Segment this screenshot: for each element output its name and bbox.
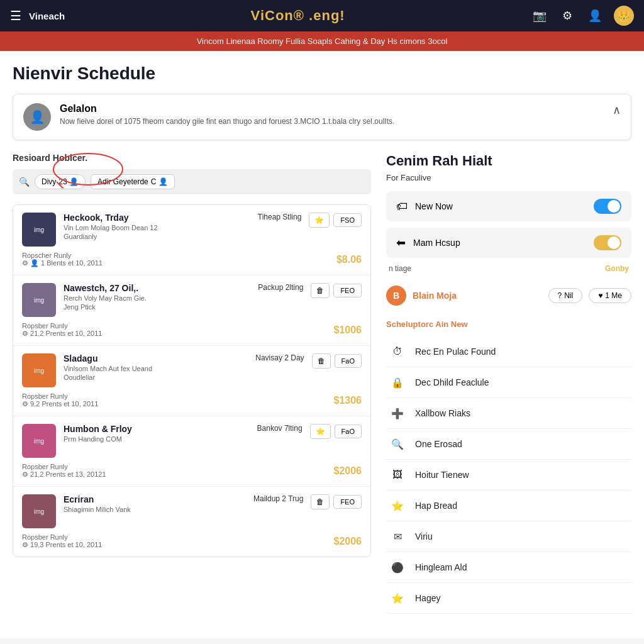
collapse-icon[interactable]: ∧ [613, 103, 621, 117]
listing-tag: Bankov 7lting [257, 424, 303, 433]
menu-item-xallbow[interactable]: ➕ Xallbow Riaks [386, 398, 631, 429]
listing-meta-sub: ⚙ 👤 1 Blents et 10, 2011 [22, 259, 103, 267]
listing-tag: Packup 2lting [258, 283, 303, 292]
filter-dropdown-person[interactable]: Adir Geyeterde C 👤 [91, 174, 175, 189]
user-name: Gelalon [60, 103, 613, 114]
announcement-bar: Vincom Linenaa Roomy Fullia Soapls Cahin… [0, 31, 644, 51]
delete-button[interactable]: 🗑 [312, 353, 331, 369]
link-left: n tiage [389, 264, 411, 273]
nav-icons: 📷 ⚙ 👤 👑 [531, 6, 634, 26]
menu-item-viriu[interactable]: ✉ Viriu [386, 521, 631, 552]
nav-logo: ViCon® .eng! [65, 8, 531, 24]
listing-sub2: Jeng Ptick [64, 303, 250, 311]
lock-icon: 🔒 [389, 374, 406, 391]
menu-item-hagey[interactable]: ⭐ Hagey [386, 583, 631, 614]
menu-label: One Erosad [415, 439, 462, 449]
crown-icon[interactable]: 👑 [614, 6, 634, 26]
nav-brand: Vineach [29, 11, 65, 21]
page-title: Nienvir Schedule [13, 64, 631, 84]
listing-price: $1306 [334, 395, 362, 406]
right-column: Cenim Rah Hialt For Faculive 🏷 New Now ⬅… [386, 153, 631, 626]
delete-button[interactable]: 🗑 [311, 283, 330, 298]
listing-meta-label: Ropsber Runly [22, 463, 106, 470]
profile-row: B Blain Moja ? Nil ♥ 1 Me [386, 280, 631, 311]
listing-subtitle: Shiagimin Milich Vank [64, 506, 246, 513]
listing-meta-label: Ropsber Runly [22, 392, 98, 400]
listing-name: Humbon & Frloy [64, 424, 250, 434]
filter-chip-day[interactable]: Divy 23 👤 [35, 174, 86, 189]
listing-details: Ecriran Shiagimin Milich Vank [64, 494, 246, 513]
listing-actions: 🗑 FEO [311, 494, 362, 509]
plus-icon: ➕ [389, 404, 406, 422]
listing-thumb: img [22, 353, 56, 387]
menu-item-rec[interactable]: ⏱ Rec En Pulac Found [386, 336, 631, 367]
top-nav: ☰ Vineach ViCon® .eng! 📷 ⚙ 👤 👑 [0, 0, 644, 31]
menu-item-hap-bread[interactable]: ⭐ Hap Bread [386, 491, 631, 521]
user-desc: Now fieive dorei of 1075 fheom candoy gi… [60, 117, 613, 126]
action-button[interactable]: FaO [335, 425, 362, 438]
listing-subtitle: Vin Lom Molag Boom Dean 12 [64, 224, 250, 231]
listing-tag: Maildup 2 Trug [253, 494, 303, 503]
profile-avatar: B [386, 286, 406, 306]
list-item: img Nawestch, 27 Oil,. Rerch Voly May Ra… [13, 275, 370, 346]
listing-tag: Navisay 2 Day [255, 353, 304, 362]
right-title: Cenim Rah Hialt [386, 153, 631, 169]
listing-sub2: Guardianly [64, 233, 250, 240]
menu-label: Hagey [415, 593, 440, 603]
menu-label: Hap Bread [415, 501, 457, 511]
filter-bar-container: 🔍 Divy 23 👤 Adir Geyeterde C 👤 [13, 169, 371, 194]
toggle-row-new-now: 🏷 New Now [386, 191, 631, 221]
right-subtitle: For Faculive [386, 173, 631, 182]
camera-icon[interactable]: 📷 [531, 7, 548, 25]
menu-item-one-erosad[interactable]: 🔍 One Erosad [386, 429, 631, 460]
section-label: Resioard Hobicer. [13, 153, 371, 163]
profile-name: Blain Moja [413, 291, 542, 301]
menu-item-dec[interactable]: 🔒 Dec Dhild Feaclule [386, 367, 631, 398]
user-info: Gelalon Now fieive dorei of 1075 fheom c… [60, 103, 613, 126]
toggle-label: New Now [415, 201, 594, 211]
listing-details: Nawestch, 27 Oil,. Rerch Voly May Racm G… [64, 283, 250, 311]
filter-bar: 🔍 Divy 23 👤 Adir Geyeterde C 👤 [13, 169, 371, 194]
mail-icon: ✉ [389, 528, 406, 545]
me-button[interactable]: ♥ 1 Me [589, 288, 631, 303]
listing-meta-sub: ⚙ 9,2 Prents et 10, 2011 [22, 400, 98, 408]
listing-sub2: Ooudleliar [64, 374, 248, 381]
toggle-mam-hcsup[interactable] [594, 235, 621, 250]
menu-item-hingleam[interactable]: ⚫ Hingleam Ald [386, 552, 631, 583]
listing-container: img Heckook, Trday Vin Lom Molag Boom De… [13, 204, 371, 557]
announcement-text: Vincom Linenaa Roomy Fullia Soapls Cahin… [197, 36, 448, 46]
nil-button[interactable]: ? Nil [548, 288, 583, 303]
action-button[interactable]: FaO [335, 354, 362, 368]
listing-price: $2006 [334, 536, 362, 547]
listing-details: Humbon & Frloy Prm Handing COM [64, 424, 250, 443]
delete-button[interactable]: 🗑 [311, 494, 330, 509]
listing-price: $1006 [334, 325, 362, 336]
listing-details: Sladagu Vinlsom Mach Aut fex Ueand Ooudl… [64, 353, 248, 381]
listing-price: $2006 [334, 465, 362, 477]
favorite-button[interactable]: ⭐ [309, 213, 330, 228]
avatar: 👤 [23, 103, 51, 131]
menu-icon[interactable]: ☰ [10, 8, 21, 23]
listing-name: Heckook, Trday [64, 213, 250, 223]
user-icon[interactable]: 👤 [586, 7, 604, 25]
favorite-button[interactable]: ⭐ [310, 424, 331, 439]
clock-icon: ⏱ [389, 343, 406, 360]
menu-label: Hoitur Tienew [415, 470, 469, 480]
main-layout: Resioard Hobicer. 🔍 Divy 23 👤 Adir Geyet… [13, 153, 631, 626]
listing-name: Nawestch, 27 Oil,. [64, 283, 250, 293]
action-button[interactable]: FSO [333, 213, 362, 227]
search-icon: 🔍 [389, 435, 406, 453]
action-button[interactable]: FEO [333, 284, 362, 297]
link-action[interactable]: Gonby [605, 264, 629, 273]
nav-logo-text: ViCon® .eng! [251, 8, 345, 23]
gear-icon[interactable]: ⚙ [558, 7, 576, 25]
left-column: Resioard Hobicer. 🔍 Divy 23 👤 Adir Geyet… [13, 153, 371, 626]
action-button[interactable]: FEO [333, 495, 362, 509]
listing-price: $8.06 [336, 254, 362, 265]
search-icon[interactable]: 🔍 [19, 177, 30, 187]
listing-actions: 🗑 FaO [312, 353, 362, 369]
listing-subtitle: Prm Handing COM [64, 435, 250, 443]
menu-item-hoitur[interactable]: 🖼 Hoitur Tienew [386, 460, 631, 491]
toggle-new-now[interactable] [594, 199, 621, 214]
listing-meta-label: Ropsber Runly [22, 533, 102, 541]
